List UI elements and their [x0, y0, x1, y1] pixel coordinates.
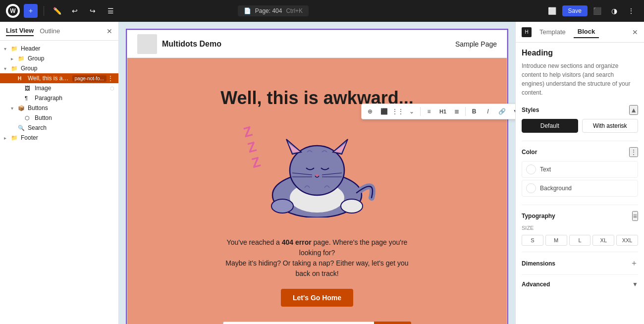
color-bg-label: Background	[540, 185, 572, 192]
error-text-2: page. Where's the page you're looking fo…	[299, 238, 408, 257]
menu-button[interactable]: ☰	[104, 4, 117, 18]
chevron-icon: ▾	[4, 46, 11, 52]
italic-button[interactable]: I	[482, 105, 494, 118]
block-toolbar: ⊕ ⬛ ⋮⋮ ⌄ ≡ H1 ≣ B I 🔗 ▼ ⋮	[361, 104, 515, 119]
tree-item-buttons[interactable]: ▾ 📦 Buttons	[0, 103, 118, 113]
block-icon: H	[522, 27, 532, 37]
tree-item-footer[interactable]: ▸ 📁 Footer	[0, 133, 118, 143]
tree-label: Paragraph	[35, 95, 114, 102]
link-dropdown[interactable]: ▼	[509, 105, 515, 118]
top-toolbar: W ＋ ✏️ ↩ ↪ ☰ 📄 Page: 404 Ctrl+K ⬜ Save ⬛…	[0, 0, 644, 22]
heading-level-h1[interactable]: H1	[436, 105, 449, 118]
error-text-bold: 404 error	[282, 238, 312, 246]
error-text-1: You've reached a	[227, 238, 282, 246]
styles-more-button[interactable]: ▲	[629, 105, 638, 115]
tree-item-group2[interactable]: ▾ 📁 Group	[0, 63, 118, 73]
styles-row: Default With asterisk	[522, 119, 638, 133]
color-more-button[interactable]: ⋮	[629, 147, 638, 157]
tree-item-paragraph[interactable]: ¶ Paragraph	[0, 93, 118, 103]
svg-point-13	[341, 199, 363, 213]
tree-label: Group	[28, 55, 114, 62]
redo-button[interactable]: ↪	[86, 4, 100, 18]
size-m[interactable]: M	[545, 235, 567, 246]
undo-button[interactable]: ↩	[68, 4, 82, 18]
tree-label: Image	[35, 85, 110, 92]
close-panel-button[interactable]: ✕	[107, 27, 112, 35]
bold-button[interactable]: B	[468, 105, 481, 118]
color-circle-text	[526, 164, 536, 174]
add-block-button[interactable]: ＋	[24, 4, 38, 18]
search-submit-button[interactable]: Search	[374, 322, 411, 324]
color-circle-background	[526, 183, 536, 193]
search-bar: Search	[223, 322, 411, 324]
transform-button[interactable]: ⌄	[405, 105, 418, 118]
style-default-button[interactable]: Default	[522, 119, 578, 133]
tab-list-view[interactable]: List View	[6, 26, 34, 36]
tree-label: Button	[35, 114, 114, 121]
page-indicator[interactable]: 📄 Page: 404 Ctrl+K	[238, 5, 309, 16]
tree-item-search[interactable]: 🔍 Search	[0, 123, 118, 133]
block-type[interactable]: ⬛	[377, 105, 390, 118]
search-input[interactable]	[223, 322, 374, 324]
typography-section-title: Typography ≡	[522, 211, 638, 221]
wp-logo[interactable]: W	[6, 4, 20, 18]
color-section: Text Background	[522, 161, 638, 197]
tab-template[interactable]: Template	[536, 26, 570, 38]
tab-block[interactable]: Block	[574, 26, 599, 38]
advanced-row: Advanced ▼	[522, 281, 638, 288]
sample-page-link[interactable]: Sample Page	[455, 40, 497, 48]
drag-handle[interactable]: ⊕	[364, 105, 376, 118]
divider-1	[522, 141, 638, 141]
tree-item-header[interactable]: ▾ 📁 Header	[0, 44, 118, 54]
styles-section-title: Styles ▲	[522, 105, 638, 115]
more-options-button[interactable]: ⋮	[624, 4, 638, 18]
color-section-title: Color ⋮	[522, 147, 638, 157]
canvas-header: Multidots Demo Sample Page	[127, 30, 507, 58]
dimensions-row: Dimensions ＋	[522, 258, 638, 269]
style-asterisk-button[interactable]: With asterisk	[582, 119, 639, 133]
typography-section: SIZE S M L XL XXL	[522, 225, 638, 246]
button-icon: ⬡	[25, 115, 33, 121]
keyboard-shortcut: Ctrl+K	[286, 7, 303, 14]
tree-item-group1[interactable]: ▸ 📁 Group	[0, 54, 118, 63]
link-button[interactable]: 🔗	[495, 105, 508, 118]
more-icon[interactable]: ⋮	[107, 75, 114, 82]
color-row-background[interactable]: Background	[522, 180, 638, 197]
main-layout: List View Outline ✕ ▾ 📁 Header ▸ 📁 Group…	[0, 22, 644, 324]
tree-item-button[interactable]: ⬡ Button	[0, 113, 118, 123]
color-row-text[interactable]: Text	[522, 161, 638, 178]
layout-button[interactable]: ⬛	[590, 4, 604, 18]
advanced-chevron-button[interactable]: ▼	[632, 281, 638, 288]
typography-label: Typography	[522, 213, 555, 219]
go-home-button[interactable]: Let's Go Home	[281, 289, 353, 307]
typography-more-button[interactable]: ≡	[632, 211, 638, 221]
canvas-frame: Multidots Demo Sample Page ⊕ ⬛ ⋮⋮ ⌄ ≡ H1…	[127, 30, 507, 324]
align-button[interactable]: ≡	[423, 105, 435, 118]
page-content: Well, this is awkward... ZZZ	[127, 58, 507, 324]
footer-icon: 📁	[11, 135, 19, 141]
move-handle[interactable]: ⋮⋮	[391, 105, 404, 118]
tree-item-image[interactable]: 🖼 Image ⬡	[0, 83, 118, 93]
size-xxl[interactable]: XXL	[616, 235, 638, 246]
view-button[interactable]: ⬜	[545, 4, 559, 18]
tree-item-heading[interactable]: H Well, this is awkward... page-not-fo..…	[0, 73, 118, 83]
close-right-panel-button[interactable]: ✕	[632, 28, 638, 36]
list-style[interactable]: ≣	[450, 105, 463, 118]
tools-button[interactable]: ✏️	[50, 4, 64, 18]
toolbar-right: ⬜ Save ⬛ ◑ ⋮	[545, 4, 638, 18]
chevron-icon: ▾	[4, 66, 11, 71]
color-text-label: Text	[540, 166, 551, 173]
dimensions-add-button[interactable]: ＋	[630, 258, 638, 269]
size-xl[interactable]: XL	[592, 235, 614, 246]
tab-outline[interactable]: Outline	[40, 26, 60, 36]
left-panel: List View Outline ✕ ▾ 📁 Header ▸ 📁 Group…	[0, 22, 119, 324]
size-s[interactable]: S	[522, 235, 543, 246]
theme-button[interactable]: ◑	[607, 4, 621, 18]
size-l[interactable]: L	[569, 235, 591, 246]
chevron-icon: ▸	[11, 56, 18, 61]
cat-illustration: ZZZ	[238, 118, 396, 227]
block-name: Heading	[522, 49, 638, 57]
paragraph-icon: ¶	[25, 95, 33, 101]
divider-4	[522, 274, 638, 275]
save-button[interactable]: Save	[562, 5, 588, 16]
